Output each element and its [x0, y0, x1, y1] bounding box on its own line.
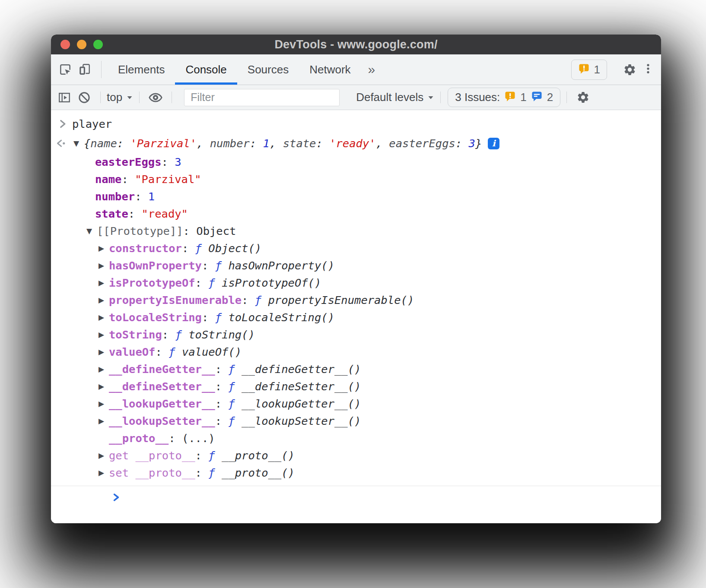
kebab-menu-button[interactable]	[639, 62, 657, 77]
tab-sources[interactable]: Sources	[237, 54, 299, 85]
settings-button[interactable]	[620, 63, 639, 76]
row-code: __defineGetter__: ƒ __defineGetter__()	[109, 363, 361, 376]
log-levels-dropdown[interactable]: Default levels	[356, 91, 434, 104]
object-tree-row[interactable]: ▶ __defineGetter__: ƒ __defineGetter__()	[51, 360, 661, 378]
tab-console[interactable]: Console	[175, 54, 237, 85]
code-token: toLocaleString	[109, 311, 202, 324]
object-tree-row[interactable]: ▶ toString: ƒ toString()	[51, 326, 661, 343]
object-tree-row[interactable]: ▶ get __proto__: ƒ __proto__()	[51, 447, 661, 464]
console-sidebar-toggle-button[interactable]	[54, 91, 74, 104]
expand-triangle-icon[interactable]: ▶	[99, 468, 109, 477]
ban-circle-icon	[77, 91, 91, 104]
expand-triangle-icon[interactable]: ▶	[99, 330, 109, 339]
code-token: 'Parzival'	[130, 137, 197, 150]
object-tree-row[interactable]: ▶ __lookupGetter__: ƒ __lookupGetter__()	[51, 395, 661, 412]
code-token: :	[202, 259, 215, 272]
code-token: :	[117, 137, 130, 150]
code-token: ƒ	[228, 380, 242, 393]
row-code: state: "ready"	[95, 207, 188, 220]
code-token: :	[155, 345, 169, 358]
object-tree-row[interactable]: ▶ hasOwnProperty: ƒ hasOwnProperty()	[51, 257, 661, 274]
inspect-cursor-icon	[58, 63, 72, 76]
execution-context-selector[interactable]: top	[107, 91, 133, 104]
code-token: __proto__	[109, 432, 169, 445]
object-tree-row[interactable]: ▶ propertyIsEnumerable: ƒ propertyIsEnum…	[51, 291, 661, 309]
filter-input[interactable]	[184, 89, 340, 106]
code-token: (...)	[182, 432, 215, 445]
code-token: :	[242, 294, 255, 307]
code-token: name	[90, 137, 117, 150]
info-badge-icon[interactable]: i	[488, 138, 499, 149]
code-token: __lookupSetter__	[109, 414, 215, 427]
clear-console-button[interactable]	[74, 91, 94, 104]
code-token: valueOf	[109, 345, 155, 358]
object-tree-row[interactable]: ▶ valueOf: ƒ valueOf()	[51, 343, 661, 360]
expand-triangle-icon[interactable]: ▶	[99, 261, 109, 270]
object-tree-row[interactable]: ▶ toLocaleString: ƒ toLocaleString()	[51, 309, 661, 326]
issues-counter[interactable]: 3 Issues: 1 2	[448, 88, 560, 107]
error-badge[interactable]: 1	[571, 60, 607, 80]
minimize-button[interactable]	[77, 40, 86, 49]
expand-triangle-icon[interactable]: ▶	[99, 244, 109, 253]
code-token: :	[128, 207, 142, 220]
issues-message-count: 2	[547, 91, 553, 104]
row-code: number: 1	[95, 190, 155, 203]
code-token: propertyIsEnumerable	[109, 294, 242, 307]
row-code: [[Prototype]]: Object	[97, 224, 236, 237]
code-token: name	[95, 173, 121, 186]
collapse-triangle-icon[interactable]: ▼	[73, 139, 84, 148]
object-tree-row[interactable]: name: "Parzival"	[51, 171, 661, 188]
inspect-element-button[interactable]	[55, 54, 75, 85]
object-tree-row[interactable]: easterEggs: 3	[51, 153, 661, 171]
device-toolbar-button[interactable]	[75, 54, 95, 85]
window-title: DevTools - www.google.com/	[274, 38, 437, 51]
issues-label: 3 Issues:	[455, 91, 500, 104]
code-token: easterEggs	[389, 137, 455, 150]
console-result-row[interactable]: ▼ {name: 'Parzival', number: 1, state: '…	[51, 133, 661, 153]
return-value-icon	[55, 138, 68, 149]
object-tree-row[interactable]: ▼ [[Prototype]]: Object	[51, 222, 661, 240]
expand-triangle-icon[interactable]: ▶	[99, 451, 109, 460]
code-token: __proto__()	[222, 449, 295, 462]
expand-triangle-icon[interactable]: ▶	[99, 278, 109, 287]
tab-network[interactable]: Network	[299, 54, 361, 85]
object-tree-row[interactable]: number: 1	[51, 188, 661, 205]
object-tree-row[interactable]: ▶ constructor: ƒ Object()	[51, 240, 661, 257]
console-settings-button[interactable]	[573, 91, 593, 104]
expand-triangle-icon[interactable]: ▶	[99, 348, 109, 356]
object-tree-row[interactable]: __proto__: (...)	[51, 430, 661, 447]
object-tree-row[interactable]: ▶ __defineSetter__: ƒ __defineSetter__()	[51, 378, 661, 395]
expand-triangle-icon[interactable]: ▶	[99, 399, 109, 408]
expand-triangle-icon[interactable]: ▶	[99, 417, 109, 425]
row-code: __defineSetter__: ƒ __defineSetter__()	[109, 380, 361, 393]
expand-triangle-icon[interactable]: ▶	[99, 382, 109, 391]
code-token: :	[195, 276, 209, 289]
close-button[interactable]	[60, 40, 70, 49]
titlebar: DevTools - www.google.com/	[51, 35, 661, 54]
expand-triangle-icon[interactable]: ▼	[86, 227, 97, 235]
tab-elements[interactable]: Elements	[108, 54, 175, 85]
code-token: valueOf()	[182, 345, 242, 358]
code-token: }	[475, 137, 482, 150]
issues-error-count: 1	[520, 91, 526, 104]
console-prompt[interactable]	[51, 486, 661, 511]
expand-triangle-icon[interactable]: ▶	[99, 365, 109, 373]
code-token: 'ready'	[329, 137, 375, 150]
zoom-button[interactable]	[93, 40, 103, 49]
console-command-echo: player	[51, 114, 661, 133]
expand-triangle-icon[interactable]: ▶	[99, 296, 109, 304]
object-tree-row[interactable]: state: "ready"	[51, 205, 661, 222]
object-tree-row[interactable]: ▶ set __proto__: ƒ __proto__()	[51, 464, 661, 481]
live-expression-button[interactable]	[146, 90, 165, 105]
object-tree-row[interactable]: ▶ __lookupSetter__: ƒ __lookupSetter__()	[51, 412, 661, 430]
object-tree-row[interactable]: ▶ isPrototypeOf: ƒ isPrototypeOf()	[51, 274, 661, 291]
more-tabs-button[interactable]: »	[361, 54, 382, 85]
row-code: set __proto__: ƒ __proto__()	[109, 466, 295, 479]
expand-triangle-icon[interactable]: ▶	[99, 313, 109, 322]
code-token: toString()	[188, 328, 255, 341]
code-token: :	[195, 449, 209, 462]
code-token: :	[215, 397, 229, 410]
code-token: :	[182, 242, 195, 255]
code-token: hasOwnProperty()	[228, 259, 334, 272]
divider	[139, 92, 140, 103]
